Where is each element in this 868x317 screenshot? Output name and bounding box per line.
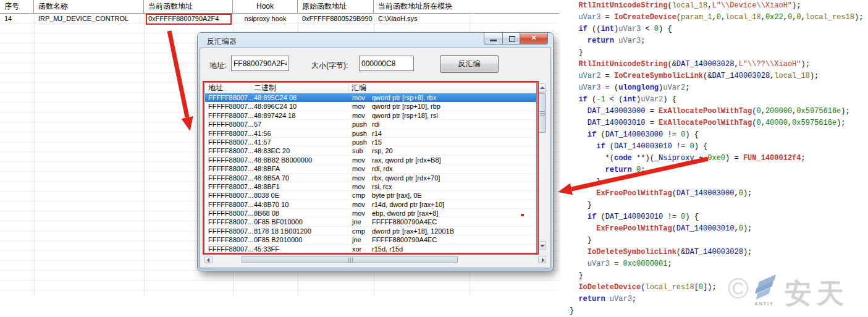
disasm-cell: FFFFF88007... — [208, 191, 253, 200]
code-token: } — [570, 48, 583, 57]
disassembly-list: 地址 二进制 汇编 FFFFF88007...48:895C24 08movqw… — [204, 82, 537, 253]
code-token: != — [663, 130, 681, 139]
disasm-row[interactable]: FFFFF88007...48:897424 18movqword ptr [r… — [205, 111, 536, 120]
close-button[interactable]: ✕ — [520, 33, 548, 44]
vertical-scrollbar-thumb[interactable] — [537, 93, 546, 133]
disasm-row[interactable]: FFFFF88007...57pushrdi — [205, 120, 536, 129]
disasm-row[interactable]: FFFFF88007...48:8B5A 70movrbx, qword ptr… — [205, 174, 536, 182]
code-token: = — [645, 119, 659, 127]
disasm-cell: sub — [352, 146, 363, 155]
scroll-right-button[interactable] — [538, 256, 546, 263]
code-token-g: DAT_140003000 — [605, 130, 664, 139]
disasm-row[interactable]: FFFFF88007...8178 18 1B001200cmpdword pt… — [205, 227, 536, 235]
code-token: ( — [596, 213, 605, 221]
vertical-scrollbar[interactable] — [537, 83, 547, 251]
column-divider — [144, 14, 145, 295]
disasm-cell: FFFFF88007... — [208, 138, 253, 146]
disasm-cell: r15d, r15d — [372, 245, 403, 253]
code-token: ( — [676, 13, 681, 22]
table-column-header[interactable]: 当前函数地址 — [144, 0, 233, 13]
disasm-row[interactable]: FFFFF88007...41:56pushr14 — [205, 129, 536, 138]
table-column-header[interactable]: 序号 — [0, 0, 34, 13]
disasm-cell: FFFFF88007... — [208, 156, 253, 164]
code-token: ( — [667, 1, 672, 10]
disasm-row[interactable]: FFFFF88007...48:896C24 10movqword ptr [r… — [205, 102, 536, 111]
maximize-button[interactable] — [502, 33, 520, 44]
antiy-brand-cn: 安天 — [785, 276, 849, 312]
window-title[interactable]: 反汇编器 — [207, 36, 237, 47]
column-header-address[interactable]: 地址 — [208, 83, 223, 93]
disasm-cell: rdi — [372, 120, 379, 129]
disasm-cell: byte ptr [rax], 0E — [372, 191, 422, 200]
code-line: *(code **)(_Nsiproxy + 0xe0) = FUN_14000… — [560, 153, 868, 164]
disasm-cell: FFFFF88007... — [208, 111, 253, 120]
decompiler-code-pane: RtlInitUnicodeString(local_18,L"\\Device… — [560, 0, 868, 317]
disasm-cell: qword ptr [rsp+8], rbx — [372, 93, 436, 102]
disasm-row[interactable]: FFFFF88007...41:57pushr15 — [205, 138, 536, 146]
code-token-v: uVar3 — [578, 13, 600, 22]
disasm-row[interactable]: FFFFF88007...48:8BFAmovrdi, rdx — [205, 164, 536, 173]
disasm-cell: jne — [352, 235, 361, 244]
code-token-n: 0 — [796, 13, 801, 22]
code-line: ExFreePoolWithTag(DAT_140003010,0); — [560, 223, 868, 235]
code-token: = ( — [600, 83, 618, 92]
disasm-cell: 57 — [254, 120, 261, 129]
code-token: ; — [632, 295, 636, 303]
scroll-up-button[interactable] — [537, 83, 546, 93]
code-line: uVar3 = 0xc0000001; — [560, 258, 868, 270]
minimize-button[interactable] — [484, 33, 502, 44]
disasm-cell: push — [352, 138, 367, 146]
code-token — [570, 142, 596, 151]
disassemble-button[interactable]: 反汇编 — [440, 55, 499, 73]
disasm-row[interactable]: FFFFF88007...0F85 B2010000jneFFFFF880079… — [205, 235, 536, 244]
disasm-row[interactable]: FFFFF88007...48:895C24 08movqword ptr [r… — [205, 93, 536, 102]
thumb-grip — [540, 111, 545, 112]
table-column-header[interactable]: 函数名称 — [34, 0, 144, 13]
disasm-row[interactable]: FFFFF88007...44:8B70 10movr14d, dword pt… — [205, 200, 536, 209]
code-token-g: DAT_140003000 — [676, 189, 735, 198]
code-token-k: if — [588, 130, 596, 139]
disasm-cell: 48:8BF1 — [254, 182, 280, 191]
disasm-row[interactable]: FFFFF88007...48:83EC 20subrsp, 20 — [205, 146, 536, 155]
code-line: DAT_140003000 = ExAllocatePoolWithTag(0,… — [560, 106, 868, 117]
table-column-header[interactable]: 当前函数地址所在模块 — [374, 0, 559, 13]
disasm-row[interactable]: FFFFF88007...8B68 08movebp, dword ptr [r… — [205, 209, 536, 218]
disasm-row[interactable]: FFFFF88007...0F85 BF010000jneFFFFF880079… — [205, 218, 536, 226]
disasm-cell: FFFFF88007... — [208, 209, 253, 218]
table-cell: C:\XiaoH.sys — [374, 14, 559, 23]
size-input[interactable] — [359, 56, 414, 71]
disasm-row[interactable]: FFFFF88007...45:33FFxorr15d, r15d — [205, 245, 536, 253]
code-token: , — [761, 119, 765, 127]
code-token-n: -1 — [596, 95, 605, 104]
code-token: = — [600, 13, 614, 22]
column-header-assembly[interactable]: 汇编 — [352, 83, 366, 93]
code-token-n: 0x22 — [765, 13, 783, 22]
code-token: (& — [703, 72, 712, 80]
disasm-cell: mov — [352, 102, 365, 111]
disasm-row[interactable]: FFFFF88007...48:8BF1movrsi, rcx — [205, 182, 536, 191]
code-token-s: L"\\Device\\XiaoH" — [712, 1, 792, 10]
code-token: ; — [667, 260, 672, 268]
disasm-row[interactable]: FFFFF88007...48:8B82 B8000000movrax, qwo… — [205, 156, 536, 164]
disasm-cell: 48:896C24 10 — [254, 102, 297, 111]
scroll-down-button[interactable] — [537, 241, 546, 250]
code-token-k: code — [614, 154, 632, 163]
scroll-left-button[interactable] — [204, 256, 213, 263]
column-header-binary[interactable]: 二进制 — [254, 83, 276, 93]
disasm-row[interactable]: FFFFF88007...8038 0Ecmpbyte ptr [rax], 0… — [205, 191, 536, 200]
code-token: ; — [801, 154, 806, 163]
code-token: ) { — [659, 25, 672, 33]
address-label: 地址: — [209, 61, 226, 71]
disasm-cell: FFFFF88007... — [208, 200, 253, 209]
table-row[interactable]: 14IRP_MJ_DEVICE_CONTROL0xFFFFF8800790A2F… — [0, 14, 559, 23]
code-line: if (DAT_140003010 != 0) { — [560, 141, 868, 153]
disasm-cell: 48:8B82 B8000000 — [254, 156, 312, 164]
code-line: if (-1 < (int)uVar2) { — [560, 94, 868, 106]
horizontal-scrollbar[interactable] — [204, 255, 546, 264]
table-column-header[interactable]: Hook — [233, 0, 298, 13]
address-input[interactable] — [231, 56, 289, 71]
table-column-header[interactable]: 原始函数地址 — [298, 0, 374, 13]
code-token: ) { — [685, 213, 699, 221]
horizontal-scrollbar-thumb[interactable] — [242, 256, 458, 263]
disasm-cell: FFFFF8800790A4EC — [372, 218, 437, 226]
